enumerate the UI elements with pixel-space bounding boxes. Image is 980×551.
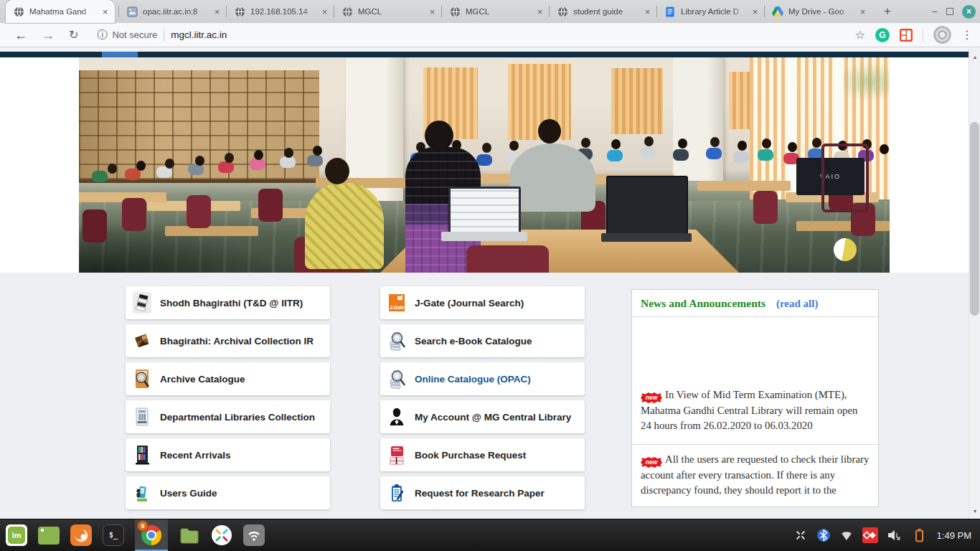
photo-student-head xyxy=(325,158,349,184)
tab-close-icon[interactable]: × xyxy=(100,6,110,17)
slack-icon[interactable] xyxy=(211,524,232,546)
tab-my-drive[interactable]: My Drive - Goo × xyxy=(765,0,872,23)
terminal-icon[interactable]: $_ xyxy=(103,524,124,546)
volume-muted-icon[interactable] xyxy=(887,527,903,543)
quick-link-shodh-bhagirathi[interactable]: Shodh Bhagirathi (T&D @ IITR) xyxy=(126,286,330,319)
tab-close-icon[interactable]: × xyxy=(642,6,653,17)
minimize-icon[interactable]: − xyxy=(932,6,938,17)
news-item-text: All the users are requested to check the… xyxy=(641,453,869,496)
taskbar: lm $_ 6 1:49 PM xyxy=(0,519,980,551)
photo-empty-chair xyxy=(821,143,869,212)
photo-yellow-object xyxy=(834,238,857,261)
tab-mgcl-2[interactable]: MGCL × xyxy=(442,0,550,23)
window-controls: − × xyxy=(932,0,976,23)
tab-ip-address[interactable]: 192.168.105.14 × xyxy=(227,0,334,23)
restore-icon[interactable] xyxy=(946,8,953,15)
quick-link-label: Shodh Bhagirathi (T&D @ IITR) xyxy=(160,298,303,309)
taskbar-clock[interactable]: 1:49 PM xyxy=(937,530,971,541)
url-separator xyxy=(164,29,164,41)
red-book-icon xyxy=(387,444,406,466)
tab-mgcl-1[interactable]: MGCL × xyxy=(334,0,442,23)
tab-close-icon[interactable]: × xyxy=(534,6,545,17)
scrollbar-up-icon[interactable]: ▲ xyxy=(969,52,980,63)
wifi-signal-icon[interactable] xyxy=(839,529,854,542)
quick-link-label: Archive Catalogue xyxy=(160,374,245,385)
quick-link-book-purchase[interactable]: Book Purchase Request xyxy=(380,438,585,471)
tab-close-icon[interactable]: × xyxy=(212,6,222,17)
tab-close-icon[interactable]: × xyxy=(857,6,868,17)
gdrive-icon xyxy=(772,6,783,17)
quick-link-archive-catalogue[interactable]: Archive Catalogue xyxy=(126,362,330,395)
mint-menu-icon[interactable]: lm xyxy=(6,524,27,546)
bookmark-star-icon[interactable]: ☆ xyxy=(855,28,865,42)
site-nav-bar[interactable] xyxy=(0,52,969,57)
chrome-taskbar-active[interactable]: 6 xyxy=(135,519,168,551)
file-manager-icon[interactable] xyxy=(179,525,200,545)
news-spacer xyxy=(632,317,878,380)
tab-opac[interactable]: opac.iitr.ac.in:8 × xyxy=(119,0,227,23)
new-tab-button[interactable]: + xyxy=(878,4,897,19)
globe-icon xyxy=(341,6,353,17)
scrollbar-thumb[interactable] xyxy=(970,122,979,316)
quick-link-ebook-catalogue[interactable]: Search e-Book Catalogue xyxy=(380,324,585,357)
guide-kiosk-icon xyxy=(133,482,151,504)
globe-icon xyxy=(557,6,568,17)
quick-link-recent-arrivals[interactable]: Recent Arrivals xyxy=(126,438,330,471)
quick-link-label: Request for Research Paper xyxy=(415,488,545,499)
bluetooth-icon[interactable] xyxy=(816,528,831,542)
taskbar-launchers: lm $_ 6 xyxy=(6,519,265,551)
battery-icon[interactable] xyxy=(911,527,927,543)
tab-library-article[interactable]: Library Article D × xyxy=(657,0,765,23)
tab-mahatma-gandhi[interactable]: Mahatma Gand × xyxy=(6,0,115,23)
tab-close-icon[interactable]: × xyxy=(319,6,330,17)
photo-student-gray-shirt xyxy=(509,143,595,212)
address-bar-url[interactable]: mgcl.iitr.ac.in xyxy=(171,29,227,40)
site-security-info[interactable]: ⓘ Not secure mgcl.iitr.ac.in xyxy=(97,29,227,42)
scrollbar-down-icon[interactable]: ▼ xyxy=(969,506,980,517)
show-desktop-icon[interactable] xyxy=(38,527,60,545)
quick-link-opac[interactable]: Online Catalogue (OPAC) xyxy=(380,362,585,395)
page-viewport: VAIO Shodh Bhagirathi (T&D @ IITR) Bhagi… xyxy=(0,47,980,519)
tab-title: opac.iitr.ac.in:8 xyxy=(143,7,209,16)
security-label: Not secure xyxy=(112,29,157,40)
mint-logo: lm xyxy=(8,527,25,544)
back-icon[interactable]: ← xyxy=(14,24,27,46)
extension-icon[interactable] xyxy=(900,29,913,42)
book-search-icon xyxy=(387,368,406,390)
photo-foreground-chair xyxy=(466,245,549,273)
tab-student-guide[interactable]: student guide × xyxy=(550,0,657,23)
window-close-icon[interactable]: × xyxy=(962,5,976,19)
system-tray: 1:49 PM xyxy=(793,527,974,543)
jgate-icon-text: J-Gate xyxy=(390,305,405,310)
tab-title: Library Article D xyxy=(681,7,747,16)
user-icon xyxy=(387,406,406,428)
profile-avatar[interactable] xyxy=(933,26,951,44)
network-tool-icon[interactable] xyxy=(243,524,265,546)
reload-icon[interactable]: ↻ xyxy=(69,24,78,46)
slack-tray-icon[interactable] xyxy=(793,528,808,542)
quick-link-label: Book Purchase Request xyxy=(415,450,526,461)
anydesk-icon[interactable] xyxy=(862,527,878,543)
quick-link-departmental-libraries[interactable]: Departmental Libraries Collection xyxy=(126,400,330,433)
firefox-icon[interactable] xyxy=(70,524,92,546)
tab-close-icon[interactable]: × xyxy=(750,6,760,17)
read-all-link[interactable]: (read all) xyxy=(776,298,818,310)
photo-laptop-dark xyxy=(606,176,688,236)
forward-icon[interactable]: → xyxy=(42,24,55,46)
news-title: News and Announcements xyxy=(641,297,765,310)
page-scrollbar[interactable]: ▲ ▼ xyxy=(969,47,980,519)
quick-link-research-paper[interactable]: Request for Research Paper xyxy=(380,476,585,509)
photo-pillar-right xyxy=(673,57,723,181)
quick-link-jgate[interactable]: J-Gate J-Gate (Journal Search) xyxy=(380,286,585,319)
grammarly-extension-icon[interactable]: G xyxy=(875,28,890,42)
tab-close-icon[interactable]: × xyxy=(427,6,438,17)
quick-link-label: Bhagirathi: Archival Collection IR xyxy=(160,336,314,347)
quick-link-bhagirathi-archival[interactable]: Bhagirathi: Archival Collection IR xyxy=(126,324,330,357)
quick-link-users-guide[interactable]: Users Guide xyxy=(126,476,330,509)
news-header: News and Announcements (read all) xyxy=(632,290,878,317)
browser-menu-icon[interactable]: ⋮ xyxy=(961,28,973,42)
quick-link-my-account[interactable]: My Account @ MG Central Library xyxy=(380,400,585,433)
site-nav-active-item[interactable] xyxy=(102,52,138,57)
news-panel: News and Announcements (read all) newIn … xyxy=(631,289,879,507)
quick-link-label: Recent Arrivals xyxy=(160,450,231,461)
